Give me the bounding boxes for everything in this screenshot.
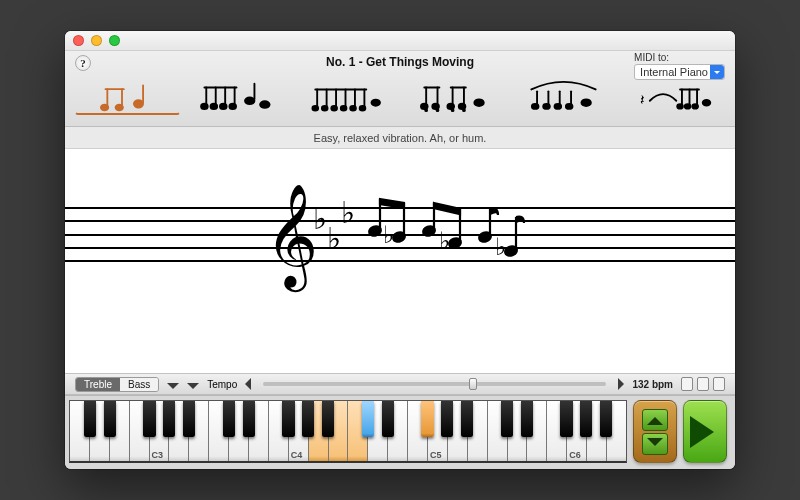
treble-clef-icon: 𝄞 — [265, 191, 318, 281]
pattern-picker: 𝄽 — [75, 79, 725, 115]
tempo-slider-thumb[interactable] — [469, 378, 477, 390]
toolbar: ? No. 1 - Get Things Moving MIDI to: Int… — [65, 51, 735, 127]
black-key[interactable] — [521, 401, 533, 437]
window-minimize-button[interactable] — [91, 35, 102, 46]
tempo-slider[interactable] — [263, 382, 606, 386]
key-label: C6 — [569, 450, 581, 460]
svg-point-65 — [703, 100, 711, 106]
pattern-6[interactable]: 𝄽 — [620, 79, 725, 115]
transpose-up-button[interactable] — [642, 409, 668, 431]
svg-point-38 — [425, 109, 427, 111]
svg-point-30 — [350, 106, 356, 111]
black-key[interactable] — [143, 401, 155, 437]
staff: 𝄞 ♭ ♭ ♭ ♭ ♭ — [65, 207, 735, 263]
midi-output-group: MIDI to: Internal Piano — [634, 52, 725, 80]
svg-point-26 — [312, 106, 318, 111]
midi-output-select[interactable]: Internal Piano — [634, 64, 725, 80]
black-key[interactable] — [421, 401, 433, 437]
clef-segment: Treble Bass — [75, 377, 159, 392]
black-key[interactable] — [223, 401, 235, 437]
black-key[interactable] — [382, 401, 394, 437]
side-buttons — [633, 400, 729, 463]
tempo-value: 132 bpm — [632, 379, 673, 390]
clef-bass-button[interactable]: Bass — [120, 378, 158, 391]
transpose-down-button[interactable] — [642, 433, 668, 455]
svg-point-56 — [581, 99, 590, 106]
svg-point-54 — [555, 104, 562, 109]
black-key[interactable] — [243, 401, 255, 437]
svg-point-29 — [341, 106, 347, 111]
sharp-toggle[interactable] — [713, 377, 725, 391]
black-key[interactable] — [600, 401, 612, 437]
pattern-4[interactable] — [402, 79, 507, 115]
transport-controls: Treble Bass Tempo 132 bpm — [65, 373, 735, 395]
black-key[interactable] — [362, 401, 374, 437]
svg-point-16 — [245, 97, 254, 104]
clef-treble-button[interactable]: Treble — [76, 378, 120, 391]
svg-point-47 — [474, 99, 483, 106]
svg-point-37 — [432, 104, 439, 109]
accidental-toggle-group — [681, 377, 725, 391]
svg-text:♭: ♭ — [327, 222, 341, 255]
svg-point-46 — [463, 109, 465, 111]
flat-toggle[interactable] — [681, 377, 693, 391]
svg-point-28 — [331, 106, 337, 111]
svg-point-14 — [220, 104, 227, 109]
window-close-button[interactable] — [73, 35, 84, 46]
score-area: 𝄞 ♭ ♭ ♭ ♭ ♭ — [65, 149, 735, 373]
black-key[interactable] — [501, 401, 513, 437]
svg-text:♭: ♭ — [313, 202, 327, 235]
tempo-decrease-button[interactable] — [245, 377, 251, 392]
pattern-1[interactable] — [75, 79, 180, 115]
svg-point-3 — [101, 105, 108, 111]
svg-point-43 — [447, 104, 454, 109]
natural-toggle[interactable] — [697, 377, 709, 391]
svg-point-15 — [229, 104, 236, 109]
key-label: C5 — [430, 450, 442, 460]
svg-point-4 — [116, 105, 123, 111]
black-key[interactable] — [183, 401, 195, 437]
black-key[interactable] — [282, 401, 294, 437]
black-key[interactable] — [322, 401, 334, 437]
svg-point-32 — [371, 100, 380, 106]
keyboard-panel: C3C4C5C6 — [65, 395, 735, 469]
key-label: C3 — [152, 450, 164, 460]
svg-text:♭: ♭ — [439, 227, 450, 254]
black-key[interactable] — [461, 401, 473, 437]
transpose-buttons — [633, 400, 677, 463]
play-button[interactable] — [683, 400, 727, 463]
midi-label: MIDI to: — [634, 52, 725, 63]
svg-text:𝄽: 𝄽 — [640, 95, 644, 105]
svg-point-44 — [459, 104, 466, 109]
svg-point-64 — [692, 104, 698, 108]
melody-notation: ♭ ♭ ♭ ♭ ♭ ♭ — [313, 193, 543, 277]
svg-text:♭: ♭ — [495, 233, 506, 260]
black-key[interactable] — [302, 401, 314, 437]
svg-text:♭: ♭ — [341, 196, 355, 229]
window-zoom-button[interactable] — [109, 35, 120, 46]
svg-point-52 — [532, 104, 539, 109]
svg-point-39 — [437, 109, 439, 111]
black-key[interactable] — [441, 401, 453, 437]
info-button[interactable]: ? — [75, 55, 91, 71]
black-key[interactable] — [104, 401, 116, 437]
pattern-2[interactable] — [184, 79, 289, 115]
svg-point-12 — [201, 104, 208, 109]
black-key[interactable] — [580, 401, 592, 437]
svg-point-55 — [566, 104, 573, 109]
chevron-down-icon — [710, 65, 724, 79]
black-key[interactable] — [163, 401, 175, 437]
octave-down-button[interactable] — [167, 377, 179, 392]
tempo-increase-button[interactable] — [618, 377, 624, 392]
pattern-3[interactable] — [293, 79, 398, 115]
svg-point-5 — [134, 100, 143, 107]
pattern-5[interactable] — [511, 79, 616, 115]
black-key[interactable] — [84, 401, 96, 437]
key-label: C4 — [291, 450, 303, 460]
svg-marker-85 — [434, 203, 460, 214]
app-window: ? No. 1 - Get Things Moving MIDI to: Int… — [65, 31, 735, 469]
octave-down-button-2[interactable] — [187, 377, 199, 392]
traffic-lights — [73, 35, 120, 46]
black-key[interactable] — [560, 401, 572, 437]
svg-point-45 — [452, 109, 454, 111]
